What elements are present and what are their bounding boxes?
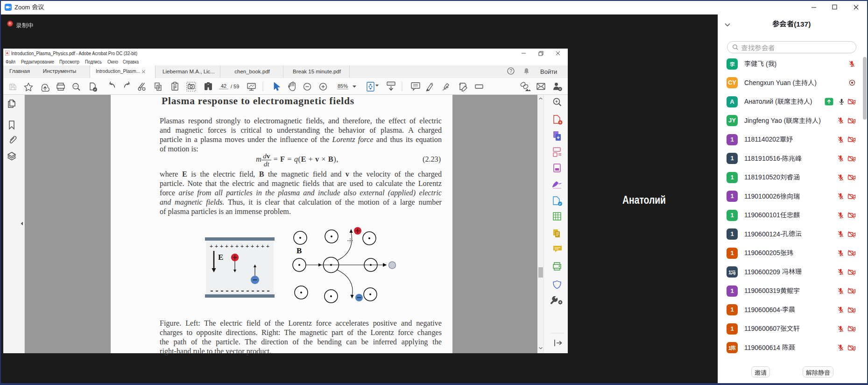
svg-text:+: + xyxy=(215,242,218,250)
svg-text:+: + xyxy=(235,242,239,250)
svg-text:+: + xyxy=(220,242,223,250)
svg-text:B: B xyxy=(296,246,302,255)
svg-text:+: + xyxy=(256,242,259,250)
svg-text:+: + xyxy=(266,242,269,250)
svg-text:E: E xyxy=(218,253,223,262)
svg-text:A: A xyxy=(6,51,8,55)
svg-text:?: ? xyxy=(509,69,512,74)
svg-text:+: + xyxy=(240,242,244,250)
svg-text:+: + xyxy=(210,242,213,250)
svg-text:+: + xyxy=(251,242,254,250)
svg-text:+: + xyxy=(246,242,249,250)
svg-text:+: + xyxy=(230,242,233,250)
svg-text:+: + xyxy=(225,242,228,250)
svg-text:+: + xyxy=(261,242,264,250)
